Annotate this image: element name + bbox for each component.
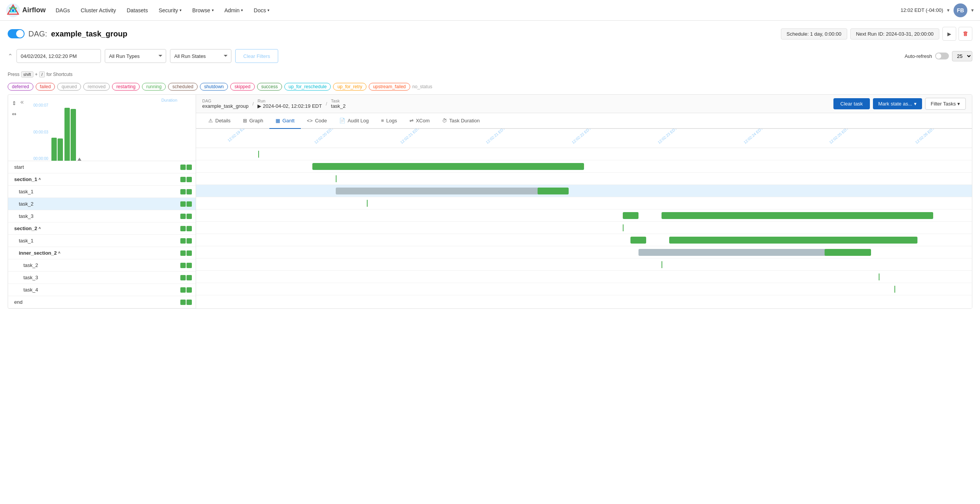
bar-2a [64, 108, 70, 161]
gantt-bar-section2-a [623, 212, 638, 219]
nav-admin[interactable]: Admin ▾ [220, 5, 248, 16]
tag-deferred[interactable]: deferred [8, 83, 33, 91]
nav-docs[interactable]: Docs ▾ [249, 5, 274, 16]
task-row-end[interactable]: end [8, 296, 196, 308]
xcom-icon: ⇌ [409, 118, 414, 124]
dag-toggle[interactable] [8, 29, 25, 38]
user-avatar[interactable]: FB [954, 3, 967, 17]
mark-state-button[interactable]: Mark state as... ▾ [873, 98, 922, 109]
gantt-icon: ▦ [276, 118, 280, 124]
split-layout: ⇕ ⇔ « Duration 00:00:07 00:00:03 00:00:0… [8, 94, 972, 309]
nav-security[interactable]: Security ▾ [154, 5, 186, 16]
nav-cluster-activity[interactable]: Cluster Activity [76, 5, 120, 16]
refresh-count-select[interactable]: 25 [952, 51, 972, 61]
clear-task-button[interactable]: Clear task [833, 98, 870, 109]
dag-header: DAG: example_task_group Schedule: 1 day,… [8, 27, 972, 41]
brand-name: Airflow [22, 6, 46, 14]
tab-code[interactable]: <> Code [301, 113, 333, 129]
audit-icon: 📄 [339, 118, 345, 124]
tag-restarting[interactable]: restarting [112, 83, 140, 91]
gantt-bar-end [894, 286, 895, 293]
tag-failed[interactable]: failed [36, 83, 55, 91]
task-name-s2-task1: task_1 [14, 238, 180, 244]
task-name-s1-task3: task_3 [14, 213, 180, 219]
task-row-start[interactable]: start [8, 161, 196, 173]
tab-audit-log[interactable]: 📄 Audit Log [333, 113, 375, 129]
tabs-row: ⚠ Details ⊞ Graph ▦ Gantt <> Code 📄 A [196, 113, 972, 129]
bar-1b [58, 138, 63, 161]
task-row-s1-task2[interactable]: task_2 [8, 198, 196, 210]
left-panel-collapse[interactable]: « [19, 98, 25, 106]
run-states-select[interactable]: All Run States [170, 49, 231, 63]
gantt-row-s1-task2 [196, 185, 972, 197]
tag-removed[interactable]: removed [83, 83, 110, 91]
gantt-area[interactable]: 12:02:19 EDT 12:02:20 EDT 12:02:21 EDT 1… [196, 129, 972, 308]
nav-dags[interactable]: DAGs [51, 5, 74, 16]
expand-horizontal-icon[interactable]: ⇔ [11, 110, 17, 118]
tab-logs[interactable]: ≡ Logs [375, 113, 403, 129]
nav-browse[interactable]: Browse ▾ [188, 5, 218, 16]
tab-details[interactable]: ⚠ Details [202, 113, 237, 129]
auto-refresh-toggle[interactable] [935, 53, 949, 59]
task-name-is2-task2: task_2 [14, 262, 180, 268]
timeline-8: 12:02:26 EDT [914, 129, 935, 145]
dag-name: example_task_group [51, 30, 127, 38]
tag-up-for-reschedule[interactable]: up_for_reschedule [284, 83, 331, 91]
task-squares-s1-task2 [180, 201, 192, 207]
gantt-row-section2 [196, 209, 972, 222]
task-row-section2[interactable]: section_2 ^ [8, 222, 196, 235]
tab-graph[interactable]: ⊞ Graph [237, 113, 269, 129]
nav-datasets[interactable]: Datasets [122, 5, 152, 16]
task-row-s2-task1[interactable]: task_1 [8, 235, 196, 247]
security-chevron: ▾ [180, 8, 181, 12]
shortcuts-key2: / [39, 71, 45, 77]
task-name-end: end [14, 299, 180, 305]
y-label-0: 00:00:07 [30, 103, 48, 107]
timeline-3: 12:02:21 EDT [485, 129, 506, 145]
task-row-is2-task4[interactable]: task_4 [8, 284, 196, 296]
filter-tasks-button[interactable]: Filter Tasks ▾ [925, 98, 966, 110]
run-types-select[interactable]: All Run Types [105, 49, 166, 63]
bar-1a [51, 138, 57, 161]
brand[interactable]: Airflow [6, 3, 46, 17]
date-filter-input[interactable] [16, 49, 101, 63]
tab-gantt[interactable]: ▦ Gantt [269, 113, 301, 129]
logs-icon: ≡ [381, 118, 384, 124]
trash-icon [962, 31, 968, 37]
play-button[interactable]: ▶ [942, 27, 956, 41]
gantt-row-is2-task3 [196, 259, 972, 271]
tab-task-duration[interactable]: ⏱ Task Duration [436, 113, 486, 129]
shortcuts-bar: Press shift + / for Shortcuts [8, 70, 972, 81]
auto-refresh-row: Auto-refresh 25 [904, 51, 972, 61]
tag-skipped[interactable]: skipped [230, 83, 254, 91]
tag-up-for-retry[interactable]: up_for_retry [333, 83, 366, 91]
gantt-bar-s1-task1 [336, 175, 337, 182]
task-name-section2: section_2 ^ [14, 226, 180, 231]
tag-queued[interactable]: queued [57, 83, 81, 91]
task-row-s1-task1[interactable]: task_1 [8, 186, 196, 198]
gantt-bar-section1 [312, 163, 584, 170]
y-label-1: 00:00:03 [30, 130, 48, 134]
breadcrumb-bar: DAG example_task_group / Run ▶ 2024-04-0… [196, 95, 972, 113]
time-chevron[interactable]: ▾ [947, 7, 950, 13]
tag-upstream-failed[interactable]: upstream_failed [369, 83, 410, 91]
tag-no-status[interactable]: no_status [412, 84, 432, 89]
tab-xcom[interactable]: ⇌ XCom [403, 113, 436, 129]
tag-running[interactable]: running [142, 83, 166, 91]
svg-point-3 [12, 9, 14, 12]
task-row-inner-section2[interactable]: inner_section_2 ^ [8, 247, 196, 259]
tag-scheduled[interactable]: scheduled [168, 83, 198, 91]
clear-filters-button[interactable]: Clear Filters [235, 49, 278, 63]
task-row-is2-task3[interactable]: task_3 [8, 272, 196, 284]
task-squares-start [180, 165, 192, 170]
expand-vertical-icon[interactable]: ⇕ [11, 99, 17, 107]
airflow-logo [6, 3, 20, 17]
task-row-section1[interactable]: section_1 ^ [8, 173, 196, 186]
tag-shutdown[interactable]: shutdown [200, 83, 228, 91]
task-row-s1-task3[interactable]: task_3 [8, 210, 196, 222]
tag-success[interactable]: success [257, 83, 282, 91]
delete-button[interactable] [959, 27, 972, 41]
collapse-icon[interactable]: ⌃ [8, 53, 13, 60]
task-row-is2-task2[interactable]: task_2 [8, 259, 196, 272]
user-chevron[interactable]: ▾ [971, 7, 974, 13]
